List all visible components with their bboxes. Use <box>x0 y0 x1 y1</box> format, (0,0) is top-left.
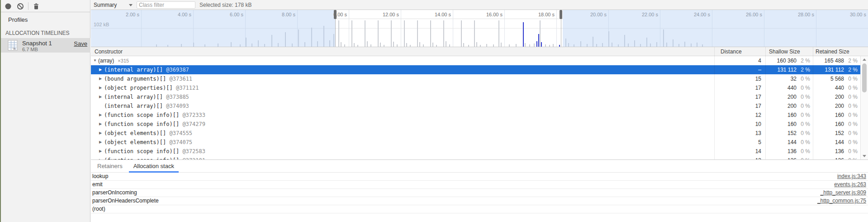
scroll-down-icon[interactable] <box>863 155 866 157</box>
table-row[interactable]: (internal array)[] @374093172000 %2000 % <box>91 101 860 111</box>
table-row[interactable]: ▶(internal array)[] @373885172000 %2000 … <box>91 92 860 101</box>
distance-cell: 10 <box>714 120 765 129</box>
retained-size-cell: 131 1122 % <box>813 65 860 74</box>
stack-frame-row[interactable]: emitevents.js:263 <box>91 181 868 189</box>
allocation-bar <box>476 42 477 47</box>
stack-frame-row[interactable]: (root) <box>91 205 868 213</box>
column-header-distance[interactable]: Distance <box>721 48 742 55</box>
frame-source-link[interactable]: events.js:263 <box>834 181 868 188</box>
constructor-cell: (internal array)[] @374093 <box>91 101 714 111</box>
class-filter-input[interactable] <box>137 1 195 9</box>
perspective-select[interactable]: Summary <box>94 1 127 9</box>
size-percent: 0 % <box>844 156 858 159</box>
size-percent: 0 % <box>844 120 858 129</box>
save-snapshot-link[interactable]: Save <box>74 40 87 47</box>
selection-handle-left[interactable] <box>334 10 337 19</box>
scroll-up-icon[interactable] <box>863 58 866 61</box>
frame-source-link[interactable]: _http_server.js:809 <box>821 189 868 197</box>
allocation-bar <box>463 43 464 47</box>
constructor-cell: ▼(array)×315 <box>91 56 714 65</box>
allocation-bar <box>540 20 541 47</box>
collapsed-triangle-icon[interactable]: ▶ <box>99 111 104 120</box>
collapsed-triangle-icon[interactable]: ▶ <box>99 74 104 83</box>
heap-profiler-panel: Summary Selected size: 178 kB 102 kB 2.0… <box>91 0 868 222</box>
toolbar-divider <box>28 2 28 10</box>
frame-source-link[interactable]: _http_common.js:75 <box>817 197 868 205</box>
clear-profiles-button[interactable] <box>17 3 24 10</box>
constructor-cell: ▶(internal array)[] @373885 <box>91 92 714 101</box>
profiles-heading: Profiles <box>8 16 28 23</box>
tab-retainers[interactable]: Retainers <box>93 160 127 173</box>
size-value: 152 <box>765 129 797 138</box>
timeline-ruler-label: 14.00 s <box>435 12 451 17</box>
tab-allocation-stack[interactable]: Allocation stack <box>129 160 179 173</box>
record-heap-button[interactable] <box>5 3 12 10</box>
collapsed-triangle-icon[interactable]: ▶ <box>99 156 104 159</box>
constructor-name: (bound arguments)[] @373611 <box>104 74 192 83</box>
allocation-bar <box>525 43 526 47</box>
size-percent: 0 % <box>844 74 858 83</box>
allocation-bar <box>461 20 462 47</box>
table-row[interactable]: ▶(function scope info)[] @372333121600 %… <box>91 111 860 120</box>
object-id: @374279 <box>179 121 205 127</box>
allocation-bar <box>430 20 431 47</box>
grid-scrollbar[interactable] <box>860 56 868 159</box>
chevron-down-icon <box>129 4 133 6</box>
collapsed-triangle-icon[interactable]: ▶ <box>99 147 104 156</box>
collapsed-triangle-icon[interactable]: ▶ <box>99 83 104 92</box>
object-id: @374093 <box>163 103 189 109</box>
table-row[interactable]: ▶(function scope info)[] @374279101600 %… <box>91 120 860 129</box>
allocation-bar <box>509 44 510 47</box>
collapsed-triangle-icon[interactable]: ▶ <box>99 138 104 147</box>
grid-body: ▼(array)×3154160 3602 %165 4882 %▶(inter… <box>91 56 860 159</box>
size-value: 200 <box>765 92 797 101</box>
frame-source-link[interactable]: index.js:343 <box>837 173 868 180</box>
constructor-name: (object properties)[] @371121 <box>104 83 199 92</box>
retained-size-cell: 2000 % <box>813 101 860 111</box>
object-id: @372333 <box>179 112 205 118</box>
delete-profile-button[interactable] <box>33 3 40 10</box>
column-header-retained-size[interactable]: Retained Size <box>816 48 849 55</box>
distance-cell: 17 <box>714 83 765 92</box>
sidebar-item-snapshot-1[interactable]: % Snapshot 1 6.7 MB Save <box>1 38 90 53</box>
expanded-triangle-icon[interactable]: ▼ <box>93 56 98 65</box>
allocation-bar <box>410 45 411 47</box>
stack-frame-row[interactable]: parserOnHeadersComplete_http_common.js:7… <box>91 197 868 205</box>
collapsed-triangle-icon[interactable]: ▶ <box>99 92 104 101</box>
object-id: @374075 <box>166 139 192 145</box>
size-percent: 2 % <box>844 65 858 74</box>
stack-frame-row[interactable]: lookupindex.js:343 <box>91 173 868 181</box>
table-row[interactable]: ▶(object elements)[] @37407551440 %1440 … <box>91 138 860 147</box>
allocation-timeline-overview[interactable]: 102 kB 2.00 s4.00 s6.00 s8.00 s0.00 s12.… <box>91 10 868 47</box>
stack-frame-row[interactable]: parserOnIncoming_http_server.js:809 <box>91 189 868 197</box>
shallow-size-cell: 1360 % <box>765 156 813 159</box>
collapsed-triangle-icon[interactable]: ▶ <box>99 65 104 74</box>
table-row[interactable]: ▶(function scope info)[] @373101131360 %… <box>91 156 860 159</box>
table-row[interactable]: ▶(object properties)[] @371121174400 %44… <box>91 83 860 92</box>
collapsed-triangle-icon[interactable]: ▶ <box>99 120 104 129</box>
size-value: 144 <box>813 138 844 147</box>
selection-handle-right[interactable] <box>560 10 562 19</box>
table-row[interactable]: ▶(bound arguments)[] @37361115320 %5 568… <box>91 74 860 83</box>
column-header-shallow-size[interactable]: Shallow Size <box>769 48 800 55</box>
table-row[interactable]: ▶(internal array)[] @369387–131 1122 %13… <box>91 65 860 74</box>
selection-ruler-line <box>335 19 563 19</box>
shallow-size-cell: 131 1122 % <box>765 65 813 74</box>
allocation-bar <box>516 44 517 47</box>
table-row[interactable]: ▶(object elements)[] @374555131520 %1520… <box>91 129 860 138</box>
size-value: 136 <box>765 147 797 156</box>
trash-icon <box>33 3 40 10</box>
allocation-bar <box>559 45 560 47</box>
svg-text:%: % <box>13 47 16 51</box>
table-row[interactable]: ▼(array)×3154160 3602 %165 4882 % <box>91 56 860 65</box>
column-header-constructor[interactable]: Constructor <box>95 48 123 55</box>
table-row[interactable]: ▶(function scope info)[] @372583141360 %… <box>91 147 860 156</box>
scrollbar-thumb[interactable] <box>862 63 867 92</box>
size-percent: 0 % <box>797 147 810 156</box>
collapsed-triangle-icon[interactable]: ▶ <box>99 129 104 138</box>
retained-size-cell: 5 5680 % <box>813 74 860 83</box>
constructor-cell: ▶(function scope info)[] @374279 <box>91 120 714 129</box>
allocation-bar <box>378 20 379 47</box>
shallow-size-cell: 2000 % <box>765 101 813 111</box>
allocation-bar <box>354 43 355 47</box>
